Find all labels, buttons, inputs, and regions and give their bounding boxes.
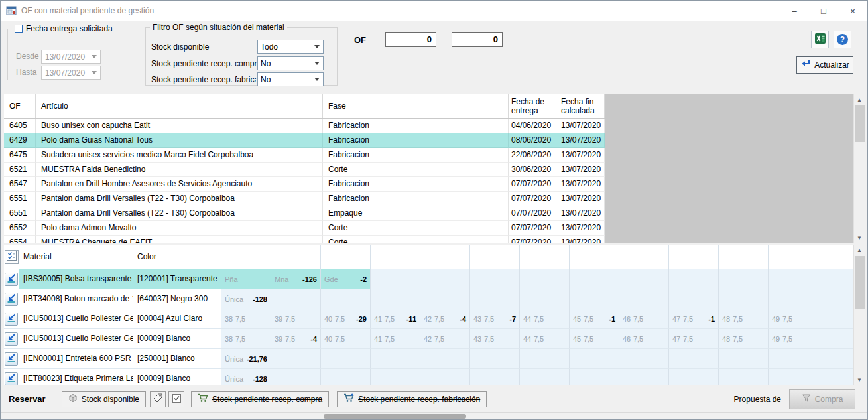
size-cell[interactable] — [271, 289, 321, 309]
insert-material-button[interactable] — [5, 273, 18, 286]
size-cell[interactable]: 46-7,5 — [619, 309, 669, 329]
size-cell[interactable]: Única-128 — [221, 289, 271, 309]
size-column-header[interactable] — [669, 245, 719, 269]
order-row[interactable]: 6405Buso unisex con capucha EatitFabrica… — [4, 119, 605, 133]
material-row[interactable]: [ICU50013] Cuello Poliester Gene...[0000… — [4, 329, 853, 349]
size-cell[interactable]: 44-7,5 — [520, 309, 570, 329]
size-cell[interactable] — [520, 349, 570, 369]
size-column-header[interactable] — [719, 245, 769, 269]
order-cell[interactable]: 13/07/2020 — [558, 206, 605, 221]
horizontal-scrollbar[interactable] — [1, 412, 867, 419]
size-cell[interactable] — [669, 349, 719, 369]
order-cell[interactable]: Fabricacion — [323, 177, 509, 192]
hasta-datepicker[interactable]: 13/07/2020 — [41, 66, 101, 80]
column-header-fase[interactable]: Fase — [323, 94, 509, 118]
size-cell[interactable]: 40-7,5 — [321, 329, 371, 349]
insert-material-button[interactable] — [5, 372, 18, 385]
order-cell[interactable]: 13/07/2020 — [558, 133, 605, 148]
size-cell[interactable] — [420, 349, 470, 369]
help-button[interactable]: ? — [834, 31, 851, 48]
size-cell[interactable] — [371, 269, 420, 289]
size-cell[interactable]: Gde-2 — [321, 269, 371, 289]
order-cell[interactable]: Pantalon dama Drill Versalles (T22 - T30… — [36, 192, 323, 206]
order-cell[interactable]: 6429 — [4, 133, 36, 148]
horizontal-scroll-thumb[interactable] — [324, 414, 466, 419]
size-cell[interactable] — [520, 289, 570, 309]
size-cell[interactable] — [619, 349, 669, 369]
size-cell[interactable] — [371, 349, 420, 369]
size-cell[interactable]: 47-7,5 — [669, 329, 719, 349]
order-cell[interactable]: 07/07/2020 — [509, 236, 558, 243]
order-cell[interactable]: Pantalon en Drill Hombre Asesores de Ser… — [36, 177, 323, 192]
size-cell[interactable]: Pña — [221, 269, 271, 289]
size-cell[interactable] — [719, 369, 769, 385]
size-column-header[interactable] — [769, 245, 818, 269]
close-button[interactable]: × — [838, 1, 867, 21]
compra-button[interactable]: Compra — [789, 389, 855, 409]
order-cell[interactable]: Polo dama Guias National Tous — [36, 133, 323, 148]
scroll-up-icon[interactable]: ▲ — [854, 94, 865, 105]
size-cell[interactable]: 49-7,5 — [769, 309, 818, 329]
size-cell[interactable]: 48-7,5 — [719, 309, 769, 329]
order-row[interactable]: 6429Polo dama Guias National TousFabrica… — [4, 133, 605, 148]
size-column-header[interactable] — [570, 245, 619, 269]
material-row[interactable]: [IBT34008] Boton marcado de 18L[640037] … — [4, 289, 853, 309]
size-cell[interactable] — [470, 369, 520, 385]
size-cell[interactable] — [470, 269, 520, 289]
size-column-header[interactable] — [221, 245, 271, 269]
size-cell[interactable]: 40-7,5-29 — [321, 309, 371, 329]
select-all-button[interactable] — [5, 250, 19, 264]
size-cell[interactable] — [769, 349, 818, 369]
size-cell[interactable]: 38-7,5 — [221, 309, 271, 329]
material-cell[interactable]: [IET80023] Etiqueta Primera Lav... — [19, 369, 133, 385]
size-cell[interactable] — [769, 269, 818, 289]
size-cell[interactable] — [669, 289, 719, 309]
order-cell[interactable]: 6552 — [4, 221, 36, 236]
insert-material-button[interactable] — [5, 332, 18, 346]
size-column-header[interactable] — [520, 245, 570, 269]
scroll-down-icon[interactable]: ▼ — [854, 374, 865, 385]
size-cell[interactable]: 41-7,5 — [371, 329, 420, 349]
size-cell[interactable] — [470, 349, 520, 369]
order-cell[interactable]: Polo dama Admon Movalto — [36, 221, 323, 236]
checklist-button[interactable] — [168, 391, 184, 407]
color-cell[interactable]: [00009] Blanco — [133, 329, 221, 349]
stock-disponible-button[interactable]: Stock disponible — [62, 391, 146, 407]
order-row[interactable]: 6554MUESTRA Chaqueta de EAFITCorte07/07/… — [4, 236, 605, 243]
material-row[interactable]: [IET80023] Etiqueta Primera Lav...[00009… — [4, 369, 853, 385]
size-cell[interactable]: 47-7,5-1 — [669, 309, 719, 329]
column-header-color[interactable]: Color — [133, 245, 221, 269]
size-column-header[interactable] — [619, 245, 669, 269]
tag-button[interactable] — [150, 391, 166, 407]
size-cell[interactable]: 42-7,5 — [420, 329, 470, 349]
scroll-down-icon[interactable]: ▼ — [854, 232, 865, 243]
order-cell[interactable]: 6475 — [4, 148, 36, 163]
order-cell[interactable]: 6547 — [4, 177, 36, 192]
insert-material-button[interactable] — [5, 352, 18, 366]
color-cell[interactable]: [640037] Negro 300 — [133, 289, 221, 309]
size-cell[interactable] — [719, 269, 769, 289]
size-cell[interactable] — [420, 269, 470, 289]
color-cell[interactable]: [120001] Transparente — [133, 269, 221, 289]
material-cell[interactable]: [IBT34008] Boton marcado de 18L — [19, 289, 133, 309]
size-cell[interactable] — [371, 369, 420, 385]
size-cell[interactable]: 39-7,5 — [271, 309, 321, 329]
order-cell[interactable]: Fabricacion — [323, 192, 509, 206]
order-cell[interactable]: 6551 — [4, 192, 36, 206]
stock-pendiente-compra-button[interactable]: Stock pendiente recep. compra — [191, 391, 329, 407]
size-cell[interactable] — [520, 369, 570, 385]
size-cell[interactable] — [321, 369, 371, 385]
order-row[interactable]: 6551Pantalon dama Drill Versalles (T22 -… — [4, 192, 605, 206]
color-cell[interactable]: [00009] Blanco — [133, 369, 221, 385]
size-cell[interactable]: 44-7,5 — [520, 329, 570, 349]
size-cell[interactable]: 42-7,5-4 — [420, 309, 470, 329]
size-cell[interactable] — [669, 369, 719, 385]
excel-export-button[interactable] — [811, 31, 829, 48]
order-cell[interactable]: 6405 — [4, 119, 36, 133]
color-cell[interactable]: [00004] Azul Claro — [133, 309, 221, 329]
size-cell[interactable] — [570, 269, 619, 289]
size-cell[interactable] — [570, 369, 619, 385]
size-cell[interactable] — [470, 289, 520, 309]
size-column-header[interactable] — [371, 245, 420, 269]
size-cell[interactable] — [420, 289, 470, 309]
